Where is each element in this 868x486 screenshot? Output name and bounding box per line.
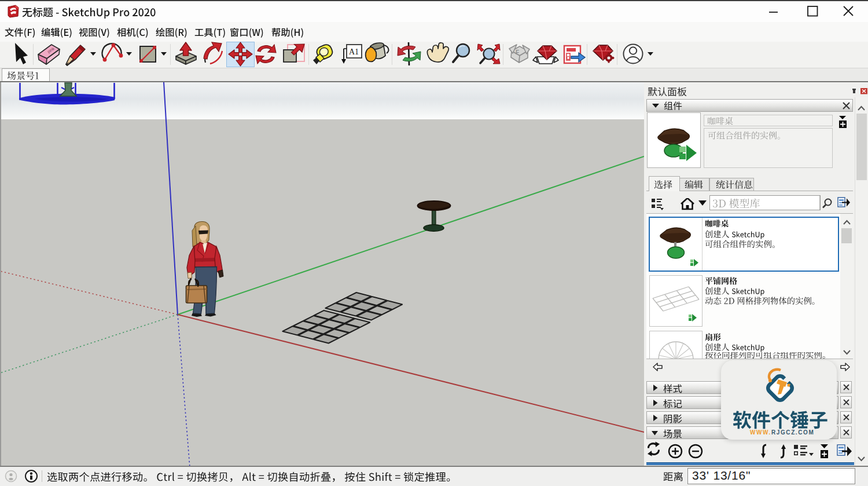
svg-text:F: F [516, 49, 519, 56]
svg-text:A1: A1 [349, 47, 359, 56]
